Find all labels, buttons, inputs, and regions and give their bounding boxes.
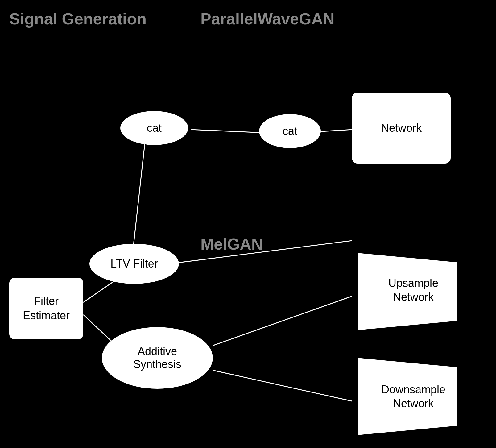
svg-text:Network: Network [393, 291, 434, 303]
svg-line-7 [213, 370, 352, 401]
svg-marker-11 [358, 358, 457, 435]
diagram-container: Signal Generation ParallelWaveGAN MelGAN… [0, 0, 496, 448]
svg-line-2 [133, 142, 145, 253]
signal-generation-label: Signal Generation [9, 9, 147, 28]
cat-right-ellipse: cat [259, 114, 321, 148]
network-rect: Network [352, 93, 451, 164]
mel-gan-label: MelGAN [200, 234, 263, 254]
ltv-filter-ellipse: LTV Filter [89, 244, 179, 284]
svg-line-6 [213, 296, 352, 346]
additive-synthesis-ellipse: Additive Synthesis [102, 327, 213, 389]
svg-line-3 [191, 130, 262, 133]
parallel-wave-gan-label: ParallelWaveGAN [200, 9, 334, 28]
svg-text:Network: Network [393, 397, 434, 410]
filter-estimater-rect: Filter Estimater [9, 278, 83, 339]
cat-top-ellipse: cat [120, 111, 188, 145]
svg-text:Upsample: Upsample [388, 277, 438, 289]
downsample-network-svg: Downsample Network [339, 358, 457, 435]
svg-text:Downsample: Downsample [381, 383, 445, 396]
upsample-network-svg: Upsample Network [339, 253, 457, 330]
